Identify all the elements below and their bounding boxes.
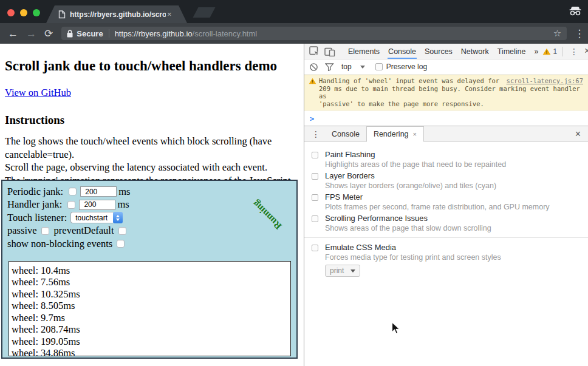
maximize-window-button[interactable] <box>33 9 40 16</box>
console-prompt[interactable]: > <box>304 110 588 123</box>
fps-meter-checkbox[interactable] <box>312 194 318 201</box>
reload-button[interactable]: ⟳ <box>44 29 53 39</box>
devtools-close-icon[interactable]: × <box>584 46 588 56</box>
warning-line: 209 ms due to main thread being busy. Co… <box>319 85 583 100</box>
devtools-panel: Elements Console Sources Network Timelin… <box>304 44 588 366</box>
tab-overflow[interactable]: » <box>530 44 542 59</box>
execution-context-selector[interactable]: top <box>341 63 352 71</box>
forward-button[interactable]: → <box>26 29 36 39</box>
demo-panel: Periodic jank: ms Handler jank: ms Touch… <box>1 180 298 359</box>
passive-label: passive <box>7 225 37 237</box>
filter-icon[interactable] <box>325 63 334 71</box>
nonblocking-checkbox[interactable] <box>117 240 125 248</box>
nonblocking-row: show non-blocking events <box>7 237 296 251</box>
chevron-down-icon <box>350 269 355 273</box>
page-favicon-icon <box>58 10 66 19</box>
log-line: wheel: 9.7ms <box>12 312 290 324</box>
mouse-cursor <box>391 322 401 335</box>
tab-network[interactable]: Network <box>457 44 493 59</box>
clear-console-icon[interactable] <box>309 63 318 72</box>
scrolling-performance-checkbox[interactable] <box>312 215 318 222</box>
emulate-css-media-checkbox[interactable] <box>312 245 318 251</box>
periodic-jank-checkbox[interactable] <box>69 188 77 195</box>
option-emulate-css-media: Emulate CSS Media Forces media type for … <box>312 243 578 262</box>
log-line: wheel: 8.505ms <box>12 300 290 312</box>
layer-borders-checkbox[interactable] <box>312 173 318 180</box>
tab-console[interactable]: Console <box>384 44 420 59</box>
paint-flashing-checkbox[interactable] <box>312 152 318 158</box>
minimize-window-button[interactable] <box>20 9 27 16</box>
drawer-tab-rendering[interactable]: Rendering × <box>366 126 424 142</box>
preserve-log-label: Preserve log <box>386 63 427 71</box>
address-bar[interactable]: Secure https://rbyers.github.io/scroll-l… <box>61 27 567 40</box>
browser-tab[interactable]: https://rbyers.github.io/scroll-l × <box>46 5 187 23</box>
bookmark-star-icon[interactable]: ☆ <box>553 28 561 39</box>
secure-badge[interactable]: Secure <box>77 29 103 38</box>
drawer-tab-bar: ⋮ Console Rendering × × <box>304 126 588 142</box>
option-layer-borders: Layer Borders Shows layer borders (orang… <box>312 171 578 191</box>
touch-listener-value: touchstart <box>70 212 113 223</box>
browser-menu-icon[interactable]: ⋮ <box>574 27 584 40</box>
passive-checkbox[interactable] <box>41 227 49 235</box>
secure-lock-icon <box>67 30 73 38</box>
touch-listener-row: Touch listener: touchstart <box>7 211 296 225</box>
media-type-select[interactable]: print <box>325 265 360 277</box>
touch-listener-label: Touch listener: <box>7 212 67 224</box>
log-line: wheel: 199.05ms <box>12 336 290 348</box>
drawer-close-icon[interactable]: × <box>575 129 581 140</box>
inspect-element-icon[interactable] <box>309 46 320 56</box>
source-link[interactable]: scroll-latency.js:67 <box>507 77 583 85</box>
close-window-button[interactable] <box>7 9 15 16</box>
option-fps-meter: FPS Meter Plots frames per second, frame… <box>312 192 578 212</box>
log-line: wheel: 208.74ms <box>12 324 290 336</box>
window-controls[interactable] <box>7 9 40 16</box>
tab-close-icon[interactable]: × <box>167 10 172 19</box>
rendering-options: Paint Flashing Highlights areas of the p… <box>304 142 588 277</box>
warning-icon[interactable] <box>542 48 551 55</box>
warning-line: 'passive' to make the page more responsi… <box>319 100 583 108</box>
new-tab-button[interactable] <box>193 7 215 18</box>
device-toolbar-icon[interactable] <box>324 47 335 56</box>
preserve-log-checkbox[interactable] <box>375 63 383 70</box>
close-rendering-tab-icon[interactable]: × <box>413 130 417 138</box>
log-line: wheel: 7.56ms <box>12 276 290 288</box>
handler-ms-label: ms <box>117 198 129 211</box>
warning-icon <box>309 78 316 84</box>
devtools-drawer: ⋮ Console Rendering × × Paint Flashing H… <box>304 126 588 366</box>
handler-jank-input[interactable] <box>79 200 115 210</box>
tab-sources[interactable]: Sources <box>420 44 457 59</box>
github-link[interactable]: View on GitHub <box>5 87 71 99</box>
web-page: Scroll jank due to touch/wheel handlers … <box>0 44 304 366</box>
instructions-heading: Instructions <box>5 114 299 127</box>
url-host[interactable]: https://rbyers.github.io <box>115 29 193 38</box>
select-stepper-icon <box>113 212 123 223</box>
chevron-down-icon[interactable] <box>360 66 365 69</box>
warning-count-badge[interactable]: 1 <box>553 47 557 56</box>
url-path[interactable]: /scroll-latency.html <box>193 29 258 38</box>
drawer-tab-console[interactable]: Console <box>325 126 366 142</box>
touch-listener-select[interactable]: touchstart <box>70 212 123 223</box>
tab-elements[interactable]: Elements <box>344 44 384 59</box>
preventdefault-label: preventDefault <box>54 225 114 237</box>
page-title: Scroll jank due to touch/wheel handlers … <box>5 58 299 74</box>
drawer-menu-icon[interactable]: ⋮ <box>312 129 320 139</box>
periodic-ms-label: ms <box>118 186 130 198</box>
log-line: wheel: 10.4ms <box>12 265 290 277</box>
periodic-jank-input[interactable] <box>80 186 117 197</box>
passive-row: passive preventDefault <box>7 225 296 238</box>
tab-timeline[interactable]: Timeline <box>493 44 530 59</box>
log-line: wheel: 10.325ms <box>12 288 290 300</box>
periodic-jank-label: Periodic jank: <box>7 186 63 198</box>
console-toolbar: top Preserve log <box>304 59 588 75</box>
periodic-jank-row: Periodic jank: ms <box>7 185 296 198</box>
handler-jank-checkbox[interactable] <box>67 201 75 209</box>
event-log[interactable]: wheel: 8.885ms wheel: 10.4ms wheel: 7.56… <box>9 261 291 356</box>
preventdefault-checkbox[interactable] <box>118 227 126 235</box>
url-separator <box>109 29 109 38</box>
incognito-icon <box>568 6 583 16</box>
back-button[interactable]: ← <box>8 29 18 39</box>
log-line: wheel: 34.86ms <box>12 347 290 356</box>
console-warning-message: scroll-latency.js:67 Handling of 'wheel'… <box>304 75 588 110</box>
option-scrolling-performance: Scrolling Performance Issues Shows areas… <box>312 214 578 233</box>
devtools-menu-icon[interactable]: ⋮ <box>570 47 578 56</box>
